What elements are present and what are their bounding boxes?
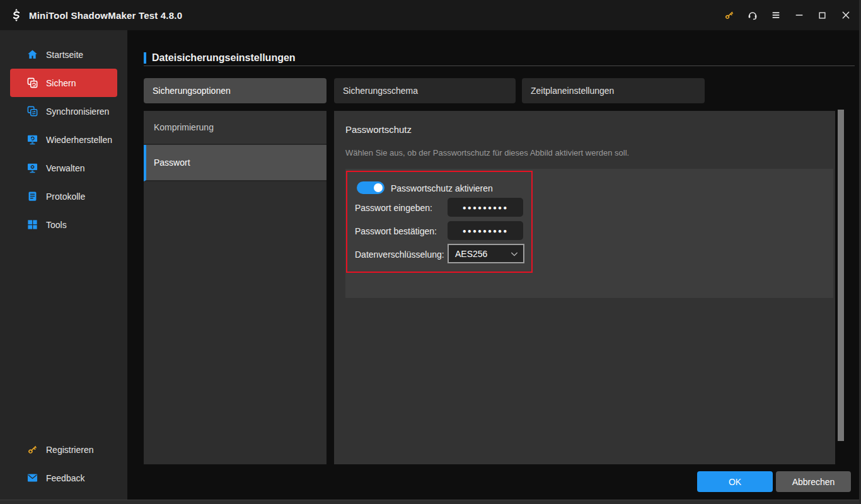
titlebar: MiniTool ShadowMaker Test 4.8.0 bbox=[0, 0, 861, 30]
sidebar-nav: Startseite Sichern Synchronisieren Wiede… bbox=[0, 30, 127, 239]
sidebar-item-label: Protokolle bbox=[46, 192, 85, 202]
sidebar-item-label: Tools bbox=[46, 220, 67, 230]
sidebar: Startseite Sichern Synchronisieren Wiede… bbox=[0, 30, 127, 500]
sidebar-item-protokolle[interactable]: Protokolle bbox=[10, 182, 117, 210]
titlebar-actions bbox=[717, 0, 857, 30]
page-title: Dateisicherungseinstellungen bbox=[152, 52, 296, 64]
panel-heading: Passwortschutz bbox=[345, 124, 412, 135]
license-key-icon[interactable] bbox=[717, 0, 741, 30]
sidebar-item-label: Feedback bbox=[46, 473, 84, 483]
sidebar-item-label: Synchronisieren bbox=[46, 106, 109, 117]
panel-description: Wählen Sie aus, ob der Passwortschutz fü… bbox=[345, 148, 629, 158]
chevron-down-icon bbox=[509, 249, 519, 259]
option-label: Komprimierung bbox=[154, 122, 214, 132]
sidebar-item-registrieren[interactable]: Registrieren bbox=[10, 435, 117, 464]
tab-label: Zeitplaneinstellungen bbox=[531, 86, 614, 96]
key-icon bbox=[26, 444, 38, 455]
tab-zeitplaneinstellungen[interactable]: Zeitplaneinstellungen bbox=[522, 78, 705, 103]
maximize-icon[interactable] bbox=[811, 0, 834, 30]
window-title: MiniTool ShadowMaker Test 4.8.0 bbox=[29, 10, 182, 21]
sidebar-item-sichern[interactable]: Sichern bbox=[10, 69, 117, 97]
restore-icon bbox=[26, 134, 38, 146]
sidebar-item-verwalten[interactable]: Verwalten bbox=[10, 154, 117, 182]
sync-icon bbox=[26, 105, 38, 117]
confirm-password-input[interactable]: ●●●●●●●●● bbox=[448, 221, 523, 240]
confirm-password-label: Passwort bestätigen: bbox=[355, 226, 437, 236]
shadowmaker-logo-icon bbox=[9, 8, 24, 23]
options-list-panel: Komprimierung Passwort bbox=[144, 111, 326, 464]
password-input[interactable]: ●●●●●●●●● bbox=[448, 198, 523, 217]
menu-icon[interactable] bbox=[764, 0, 787, 30]
toggle-label: Passwortschutz aktivieren bbox=[391, 183, 493, 193]
option-passwort[interactable]: Passwort bbox=[144, 145, 326, 181]
encryption-label: Datenverschlüsselung: bbox=[355, 249, 444, 260]
logs-icon bbox=[26, 190, 38, 202]
encryption-dropdown[interactable]: AES256 bbox=[448, 244, 524, 263]
mail-icon bbox=[26, 472, 38, 484]
sidebar-item-label: Verwalten bbox=[46, 163, 84, 173]
sidebar-item-label: Startseite bbox=[46, 50, 83, 60]
vertical-scrollbar[interactable] bbox=[838, 110, 844, 441]
tab-label: Sicherungsoptionen bbox=[153, 86, 231, 96]
password-protection-toggle[interactable] bbox=[357, 181, 384, 194]
header-separator bbox=[144, 66, 855, 66]
sidebar-item-label: Sichern bbox=[46, 78, 76, 88]
tab-label: Sicherungsschema bbox=[343, 86, 418, 96]
sidebar-item-tools[interactable]: Tools bbox=[10, 210, 117, 239]
backup-icon bbox=[26, 77, 38, 89]
toggle-knob bbox=[374, 183, 383, 192]
option-label: Passwort bbox=[154, 158, 190, 168]
tab-sicherungsoptionen[interactable]: Sicherungsoptionen bbox=[144, 78, 326, 103]
password-label: Passwort eingeben: bbox=[355, 203, 432, 213]
support-headset-icon[interactable] bbox=[741, 0, 764, 30]
window-bottom-edge bbox=[0, 500, 861, 504]
sidebar-item-startseite[interactable]: Startseite bbox=[10, 40, 117, 69]
sidebar-item-feedback[interactable]: Feedback bbox=[10, 464, 117, 492]
page-title-accent-bar bbox=[144, 52, 146, 64]
cancel-button[interactable]: Abbrechen bbox=[776, 471, 851, 492]
minimize-icon[interactable] bbox=[787, 0, 811, 30]
sidebar-item-label: Registrieren bbox=[46, 445, 93, 455]
close-icon[interactable] bbox=[834, 0, 857, 30]
sidebar-item-wiederherstellen[interactable]: Wiederherstellen bbox=[10, 125, 117, 154]
sidebar-item-synchronisieren[interactable]: Synchronisieren bbox=[10, 97, 117, 125]
option-komprimierung[interactable]: Komprimierung bbox=[144, 111, 326, 145]
tools-icon bbox=[26, 219, 38, 231]
manage-icon bbox=[26, 162, 38, 174]
sidebar-footer: Registrieren Feedback bbox=[0, 435, 127, 492]
home-icon bbox=[26, 49, 38, 60]
tab-sicherungsschema[interactable]: Sicherungsschema bbox=[334, 78, 516, 103]
encryption-selected-value: AES256 bbox=[449, 249, 509, 259]
ok-button[interactable]: OK bbox=[697, 471, 773, 492]
app-window: MiniTool ShadowMaker Test 4.8.0 bbox=[0, 0, 861, 504]
sidebar-item-label: Wiederherstellen bbox=[46, 135, 112, 145]
